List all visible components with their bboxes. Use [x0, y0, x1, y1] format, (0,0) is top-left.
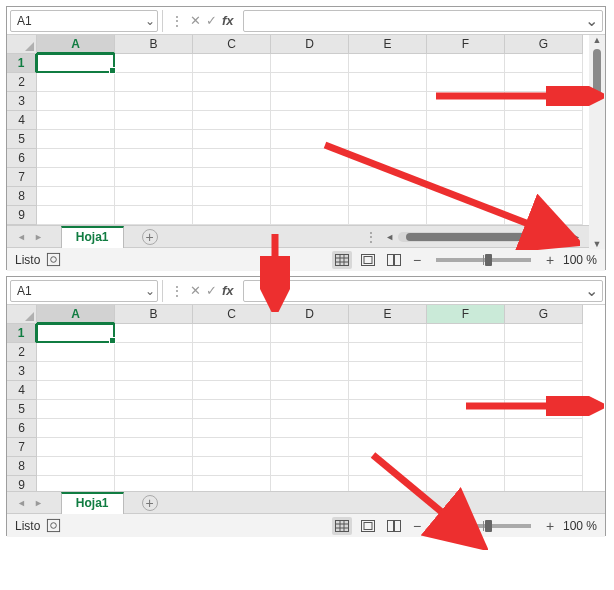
cell[interactable] [505, 457, 583, 476]
cell[interactable] [505, 168, 583, 187]
cell[interactable] [349, 168, 427, 187]
cell[interactable] [115, 206, 193, 225]
cell[interactable] [427, 187, 505, 206]
cell[interactable] [271, 381, 349, 400]
column-header[interactable]: D [271, 305, 349, 324]
formula-input[interactable]: ⌄ [243, 280, 603, 302]
chevron-down-icon[interactable]: ⌄ [145, 284, 155, 298]
row-header[interactable]: 8 [7, 457, 37, 476]
cell[interactable] [271, 168, 349, 187]
row-header[interactable]: 1 [7, 324, 37, 343]
cell[interactable] [193, 362, 271, 381]
cell[interactable] [37, 111, 115, 130]
cell[interactable] [193, 343, 271, 362]
zoom-in-button[interactable]: + [543, 252, 557, 268]
cell[interactable] [349, 362, 427, 381]
column-header[interactable]: C [193, 305, 271, 324]
cell[interactable] [37, 206, 115, 225]
zoom-knob[interactable] [485, 520, 492, 532]
kebab-icon[interactable]: ⋮ [167, 284, 187, 298]
cell[interactable] [505, 476, 583, 491]
column-header[interactable]: C [193, 35, 271, 54]
cell[interactable] [271, 130, 349, 149]
vertical-scrollbar[interactable]: ▲ ▼ [589, 35, 605, 249]
cell[interactable] [37, 54, 115, 73]
cell[interactable] [37, 381, 115, 400]
cell[interactable] [505, 381, 583, 400]
cell[interactable] [505, 149, 583, 168]
cell[interactable] [115, 73, 193, 92]
normal-view-button[interactable] [332, 251, 352, 269]
zoom-knob[interactable] [485, 254, 492, 266]
cell[interactable] [193, 400, 271, 419]
cell[interactable] [37, 343, 115, 362]
row-header[interactable]: 8 [7, 187, 37, 206]
cell[interactable] [505, 419, 583, 438]
cell[interactable] [271, 476, 349, 491]
cell[interactable] [271, 419, 349, 438]
cell[interactable] [37, 130, 115, 149]
cell[interactable] [505, 54, 583, 73]
select-all-corner[interactable] [7, 305, 37, 324]
cell[interactable] [193, 206, 271, 225]
cell[interactable] [271, 324, 349, 343]
cell[interactable] [271, 362, 349, 381]
cell[interactable] [37, 476, 115, 491]
column-header[interactable]: F [427, 305, 505, 324]
chevron-down-icon[interactable]: ⌄ [585, 11, 598, 30]
row-header[interactable]: 7 [7, 168, 37, 187]
cell[interactable] [349, 324, 427, 343]
zoom-slider[interactable] [436, 258, 531, 262]
zoom-out-button[interactable]: − [410, 252, 424, 268]
cell[interactable] [115, 362, 193, 381]
page-layout-view-button[interactable] [358, 251, 378, 269]
cell[interactable] [505, 206, 583, 225]
scroll-down-icon[interactable]: ▼ [592, 239, 602, 249]
row-header[interactable]: 9 [7, 476, 37, 491]
scroll-right-icon[interactable]: ► [568, 232, 585, 242]
cell[interactable] [427, 381, 505, 400]
cell[interactable] [427, 324, 505, 343]
cell[interactable] [505, 324, 583, 343]
cell[interactable] [427, 92, 505, 111]
chevron-down-icon[interactable]: ⌄ [145, 14, 155, 28]
cancel-icon[interactable]: ✕ [190, 283, 201, 298]
cell[interactable] [193, 187, 271, 206]
zoom-slider[interactable] [436, 524, 531, 528]
cell[interactable] [193, 54, 271, 73]
column-header[interactable]: A [37, 35, 115, 54]
sheet-tab[interactable]: Hoja1 [61, 226, 124, 248]
accept-icon[interactable]: ✓ [206, 13, 217, 28]
cell[interactable] [115, 111, 193, 130]
cell[interactable] [427, 419, 505, 438]
zoom-out-button[interactable]: − [410, 518, 424, 534]
zoom-percent[interactable]: 100 % [563, 253, 597, 267]
cell[interactable] [505, 111, 583, 130]
chevron-down-icon[interactable]: ⌄ [585, 281, 598, 300]
row-header[interactable]: 6 [7, 419, 37, 438]
cell[interactable] [37, 168, 115, 187]
cell[interactable] [505, 130, 583, 149]
cell[interactable] [427, 476, 505, 491]
cell[interactable] [271, 73, 349, 92]
cell[interactable] [115, 92, 193, 111]
cell[interactable] [271, 343, 349, 362]
column-header[interactable]: E [349, 35, 427, 54]
cell[interactable] [349, 381, 427, 400]
row-header[interactable]: 9 [7, 206, 37, 225]
cell[interactable] [37, 419, 115, 438]
kebab-icon[interactable]: ⋮ [167, 14, 187, 28]
cell[interactable] [37, 457, 115, 476]
cell[interactable] [427, 362, 505, 381]
row-header[interactable]: 1 [7, 54, 37, 73]
add-sheet-button[interactable]: + [142, 495, 158, 511]
cell[interactable] [427, 343, 505, 362]
cell[interactable] [427, 149, 505, 168]
cell[interactable] [193, 324, 271, 343]
accept-icon[interactable]: ✓ [206, 283, 217, 298]
cell[interactable] [271, 111, 349, 130]
cell[interactable] [349, 54, 427, 73]
hscroll-thumb[interactable] [406, 233, 546, 241]
row-header[interactable]: 6 [7, 149, 37, 168]
page-layout-view-button[interactable] [358, 517, 378, 535]
